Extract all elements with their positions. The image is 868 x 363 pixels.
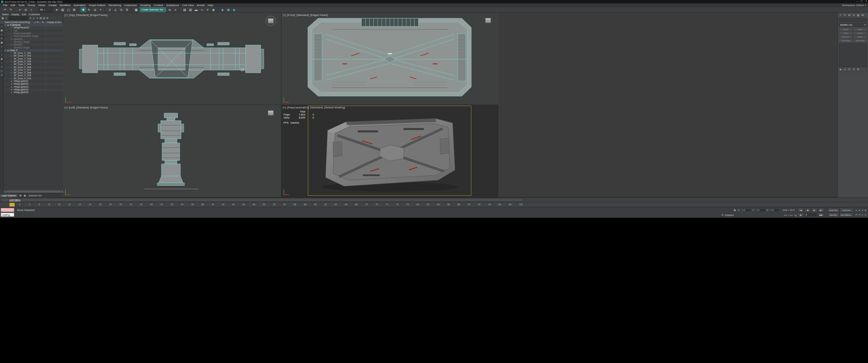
display-cell[interactable]: ▫	[45, 88, 46, 91]
menu-item[interactable]: Modifiers	[60, 4, 71, 7]
selection-set-dropdown[interactable]: Selected	[840, 208, 853, 212]
rectangular-selection-icon[interactable]: ▢	[66, 7, 71, 12]
tab-selection-set[interactable]: Selection Set	[28, 194, 41, 197]
layer-explorer-toggle-icon[interactable]: ▥	[188, 7, 193, 12]
display-cell[interactable]: ▫	[45, 71, 46, 74]
display-cell[interactable]: ▫	[45, 43, 46, 46]
edit-named-sets-icon[interactable]: ▦	[134, 7, 139, 12]
fov-icon[interactable]: ∠	[861, 212, 864, 217]
select-and-rotate-icon[interactable]: ↻	[86, 7, 92, 12]
explorer-menu-item[interactable]: Customize	[28, 13, 40, 16]
menu-item[interactable]: File	[3, 4, 7, 7]
display-lights-icon[interactable]: ✳	[0, 37, 3, 41]
previous-frame-button[interactable]: ◀	[804, 208, 811, 212]
menu-item[interactable]: Civil View	[182, 4, 194, 7]
select-and-scale-icon[interactable]: ⇲	[92, 7, 97, 12]
frozen-cell[interactable]: ·	[40, 88, 41, 91]
display-cell[interactable]: ▫	[45, 41, 46, 43]
frozen-cell[interactable]: ·	[40, 24, 41, 26]
object-row[interactable]: ▪ SF_Door_F_008 · ▫	[4, 71, 63, 74]
maxscript-mini-listener[interactable]: Loading...	[1, 213, 14, 217]
time-slider-handle[interactable]: ◀ 0 / 100 ▶	[8, 198, 21, 202]
menu-item[interactable]: Create	[48, 4, 57, 7]
explorer-expand-icon[interactable]: ▸	[32, 17, 36, 20]
frozen-cell[interactable]: ·	[40, 66, 41, 69]
modifier-button[interactable]: UVW Map	[839, 39, 853, 42]
viewport-menu-view[interactable]: [Left]	[69, 106, 75, 109]
viewport-menu-style[interactable]: [Standard]	[310, 106, 323, 109]
zoom-extents-icon[interactable]: ⊡	[861, 208, 864, 212]
frame-forward-icon[interactable]: ▶	[19, 199, 20, 201]
tab-modify[interactable]: ◠	[843, 13, 847, 17]
object-row[interactable]: ▪ SF_Door_F_004 · ▫	[4, 60, 63, 63]
object-row[interactable]: ✳ VRayLight024 · ▫	[4, 88, 63, 91]
explorer-settings-icon[interactable]: ⚙	[46, 17, 49, 20]
menu-item[interactable]: Tools	[18, 4, 25, 7]
display-spacewarps-icon[interactable]: ~	[0, 49, 3, 53]
scroll-left-icon[interactable]: ◀	[4, 191, 5, 193]
viewport-menu-plus[interactable]: [+]	[283, 106, 286, 109]
viewport-menu-shading[interactable]: [Default Shading]	[324, 106, 345, 109]
display-cell[interactable]: ▫	[45, 49, 46, 52]
frozen-cell[interactable]: ·	[40, 74, 41, 77]
object-row[interactable]: ✳ VRayLight025 · ▫	[4, 91, 63, 94]
tab-layer-explorer[interactable]: Layer Explorer	[0, 194, 18, 197]
frozen-cell[interactable]: ·	[40, 52, 41, 55]
display-none-icon[interactable]: ✕	[0, 73, 3, 77]
z-coordinate-field[interactable]: 0.0	[770, 208, 780, 212]
frozen-cell[interactable]: ·	[40, 58, 41, 60]
display-xrefs-icon[interactable]: ◉	[0, 57, 3, 61]
display-cell[interactable]: ▫	[45, 77, 46, 80]
render-production-icon[interactable]: ◆	[232, 7, 237, 12]
make-unique-icon[interactable]: ⊡	[848, 68, 851, 71]
add-time-tag[interactable]: Add Time Tag	[783, 213, 798, 217]
schematic-view-icon[interactable]: #	[205, 7, 210, 12]
object-row[interactable]: ▪ PhysCamera001 · ▫	[4, 32, 63, 35]
display-cell[interactable]: ▫	[45, 74, 46, 77]
display-cell[interactable]: ▫	[45, 60, 46, 63]
separator[interactable]	[131, 7, 132, 12]
viewport-menu-style[interactable]: [Standard]	[296, 14, 309, 17]
object-row[interactable]: ✳ Spot001 · ▫	[4, 38, 63, 40]
object-row[interactable]: ▪ PhysCamera001.Target · ▫	[4, 35, 63, 38]
display-cell[interactable]: ▫	[45, 55, 46, 57]
frozen-cell[interactable]: ·	[40, 69, 41, 71]
next-frame-button[interactable]: ▶|	[818, 208, 824, 212]
explorer-sync-icon[interactable]: ≡	[4, 17, 8, 20]
separator[interactable]	[78, 7, 79, 12]
display-materials-icon[interactable]: ◻	[0, 69, 3, 73]
explorer-columns-icon[interactable]: ▥	[42, 17, 46, 20]
key-filters-button[interactable]: Key Filters...	[840, 213, 853, 217]
frame-back-icon[interactable]: ◀	[9, 199, 11, 201]
viewport-menu-style[interactable]: [Standard]	[76, 106, 89, 109]
tab-utilities[interactable]: ⚙	[861, 13, 865, 17]
modifier-stack[interactable]	[839, 43, 867, 67]
named-selection-sets-combo[interactable]: Create Selection Set▾	[140, 7, 166, 12]
viewport-menu-plus[interactable]: [+]	[64, 14, 67, 17]
search-input[interactable]	[8, 16, 28, 20]
curve-editor-icon[interactable]: ∿	[199, 7, 204, 12]
viewport-left[interactable]: [+] [Left] [Standard] [Edged Faces]	[63, 105, 281, 197]
x-coordinate-field[interactable]: 0.0	[741, 208, 751, 212]
object-row[interactable]: ▪ SF_Door_F_010 · ▫	[4, 77, 63, 80]
display-cell[interactable]: ▫	[45, 52, 46, 55]
snap-toggle-3d-icon[interactable]: 3	[107, 7, 112, 12]
viewcube-icon[interactable]	[268, 110, 274, 115]
maximize-button[interactable]: ▢	[861, 0, 863, 3]
object-row[interactable]: ▪ Spot002.Target · ▫	[4, 46, 63, 49]
frozen-cell[interactable]: ·	[40, 77, 41, 80]
pin-stack-icon[interactable]: ◈	[839, 68, 842, 71]
frozen-cell[interactable]: ·	[40, 41, 41, 43]
frozen-cell[interactable]: ·	[40, 60, 41, 63]
viewport-menu-view[interactable]: [PhysCamera001]	[287, 106, 309, 109]
current-frame-field[interactable]: 0	[804, 213, 817, 217]
viewport-menu-shading[interactable]: [Edged Faces]	[310, 14, 328, 17]
modifier-button[interactable]: Noise	[853, 31, 867, 35]
display-shapes-icon[interactable]: ◇	[0, 33, 3, 37]
column-header-name[interactable]: Name (Sorted Ascending)	[5, 21, 30, 23]
display-cameras-icon[interactable]: ▣	[0, 41, 3, 45]
select-and-move-icon[interactable]: ✚	[81, 7, 86, 12]
time-slider-track[interactable]: ◀ 0 / 100 ▶	[1, 198, 523, 202]
auto-key-button[interactable]: Auto Key	[828, 208, 839, 212]
scene-explorer-toggle-icon[interactable]: ▤	[182, 7, 187, 12]
